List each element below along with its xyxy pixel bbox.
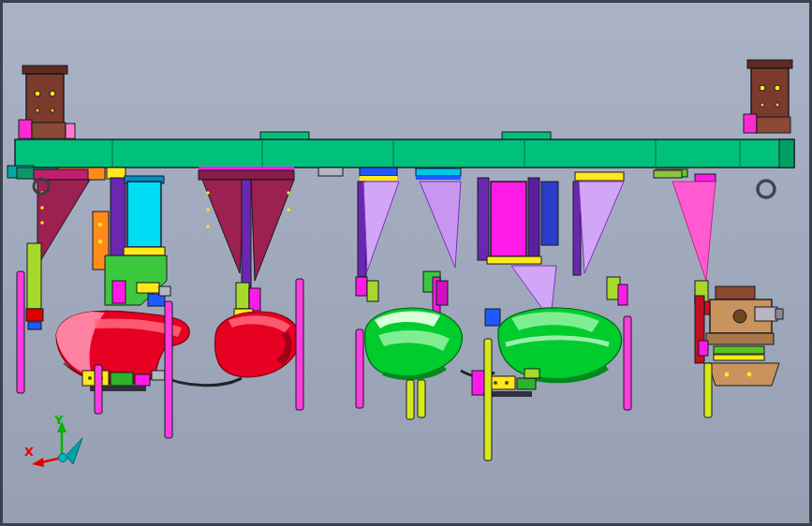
pin-pink-5[interactable]: [356, 329, 363, 408]
station6-blue-block: [485, 309, 500, 326]
clamp-yellow-rail: [714, 355, 764, 360]
clamp-magenta-block: [699, 341, 708, 356]
clamp-lime-rail: [714, 346, 764, 354]
station3-header: [199, 170, 294, 180]
station8-lime-strip: [654, 170, 682, 178]
right-bracket-cap: [747, 60, 792, 68]
pin-lime-3[interactable]: [484, 339, 492, 460]
main-beam[interactable]: [15, 139, 794, 168]
station2-yellow-block: [137, 283, 159, 293]
hw-magenta-block: [472, 371, 485, 395]
station7-yellow-cap: [575, 172, 624, 181]
cyan-cylinder[interactable]: [127, 182, 161, 247]
station7-magenta-block: [618, 285, 627, 305]
cad-viewport[interactable]: Y X: [0, 0, 812, 526]
station4-magenta-block: [356, 277, 367, 296]
station6-indigo-block: [541, 182, 558, 245]
y-axis-label: Y: [53, 413, 64, 427]
station3-magenta-line: [199, 167, 294, 170]
x-axis-label: X: [24, 445, 34, 459]
station1-lime-plate: [27, 243, 41, 309]
station2-yellow-flange: [124, 247, 165, 256]
pin-lime-4[interactable]: [704, 363, 712, 417]
station1-red-block: [26, 309, 43, 321]
hw-green-block: [517, 378, 536, 389]
pin-lime-1[interactable]: [406, 380, 414, 419]
beam-end-cap-right: [779, 139, 794, 168]
station2-magenta-block: [112, 281, 125, 303]
pin-pink-3[interactable]: [165, 301, 172, 438]
left-bracket-base-pink: [66, 124, 75, 139]
pin-pink-6[interactable]: [624, 316, 631, 410]
right-bracket-base-magenta: [744, 114, 757, 133]
clamp-gray-cap: [775, 309, 783, 319]
station3-magenta-block: [249, 288, 260, 311]
station3-lime-block: [236, 283, 249, 309]
hw-magenta-block: [135, 374, 150, 386]
left-bracket-body[interactable]: [26, 74, 64, 124]
station1-blue-block: [28, 322, 41, 329]
left-bracket-cap: [22, 66, 67, 74]
station5-blue-strip: [416, 176, 461, 180]
station5-magenta-block: [436, 281, 448, 305]
pin-pink-4[interactable]: [296, 279, 303, 410]
magenta-cylinder[interactable]: [491, 182, 526, 256]
pin-pink-2[interactable]: [95, 365, 102, 414]
hw-gray-block: [152, 371, 165, 380]
station6-yellow-flange: [487, 256, 541, 264]
station2-gray-block: [159, 286, 170, 296]
station3-purple-plate: [242, 180, 251, 288]
hw-green-block: [111, 373, 133, 386]
clamp-brown-top: [716, 286, 755, 300]
pin-lime-2[interactable]: [418, 380, 425, 417]
station2-purple-plate: [111, 178, 125, 256]
clamp-gray-cylinder: [755, 307, 777, 321]
station4-blue-cap: [360, 168, 397, 176]
pin-pink-1[interactable]: [17, 271, 24, 393]
station5-cyan-cap: [416, 168, 461, 176]
right-bracket-body[interactable]: [751, 68, 789, 119]
left-bracket-base-magenta: [19, 120, 32, 139]
station8-magenta-cap: [695, 174, 716, 182]
station6-purple-plate-right: [528, 178, 539, 260]
clamp-base-plate: [708, 363, 779, 386]
left-bracket-base: [32, 123, 66, 139]
station4-yellow-strip: [360, 176, 397, 181]
station6-purple-plate-left: [478, 178, 489, 260]
origin-sphere: [59, 454, 67, 462]
right-lift-bracket[interactable]: [744, 60, 792, 133]
station4-lime-block: [367, 281, 378, 301]
clamp-tan-lower: [706, 333, 774, 344]
right-bracket-base: [757, 117, 790, 133]
hw-lime-block: [524, 369, 539, 378]
clamp-hole: [733, 310, 746, 323]
